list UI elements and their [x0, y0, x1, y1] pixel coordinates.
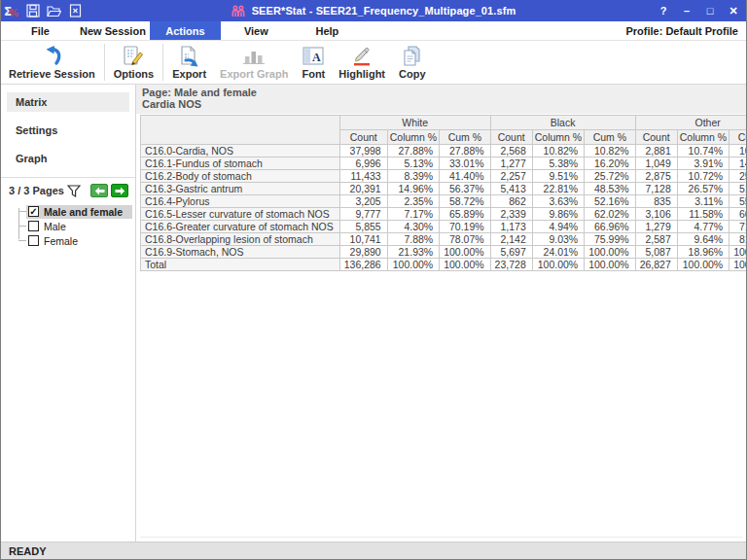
matrix-cell[interactable]: 2,257: [490, 170, 532, 183]
matrix-cell[interactable]: 5.38%: [532, 158, 584, 170]
matrix-cell[interactable]: 3.63%: [532, 195, 584, 208]
options-button[interactable]: Options: [107, 41, 161, 84]
matrix-cell[interactable]: 862: [490, 195, 532, 208]
matrix-cell[interactable]: 7.17%: [387, 208, 439, 221]
close-file-icon[interactable]: [68, 4, 83, 18]
matrix-cell[interactable]: 1,277: [490, 158, 532, 170]
matrix-cell[interactable]: 3.11%: [677, 195, 729, 208]
matrix-cell[interactable]: 5,413: [490, 183, 532, 195]
row-label-cell[interactable]: C16.5-Lesser curvature of stomach NOS: [141, 208, 340, 221]
page-tree-item-female[interactable]: Female: [11, 233, 135, 248]
matrix-cell[interactable]: 100.00%: [532, 259, 584, 271]
page-checkbox[interactable]: [28, 221, 39, 231]
row-label-cell[interactable]: C16.3-Gastric antrum: [141, 183, 340, 195]
open-folder-icon[interactable]: [47, 4, 61, 18]
matrix-cell[interactable]: 5,087: [635, 246, 677, 259]
help-button[interactable]: ?: [654, 3, 673, 18]
menu-actions[interactable]: Actions: [150, 21, 221, 40]
matrix-cell[interactable]: 21.93%: [387, 246, 439, 259]
page-tree-item-male[interactable]: Male: [11, 219, 135, 233]
row-label-cell[interactable]: C16.6-Greater curvature of stomach NOS: [141, 221, 340, 233]
matrix-cell[interactable]: 100.00%: [440, 259, 490, 271]
matrix-cell[interactable]: 3.91%: [677, 158, 729, 170]
menu-help[interactable]: Help: [292, 21, 363, 40]
matrix-cell[interactable]: 70.19%: [440, 221, 490, 233]
highlight-button[interactable]: Highlight: [332, 41, 392, 84]
save-icon[interactable]: [25, 4, 40, 18]
matrix-cell[interactable]: 81.04%: [729, 233, 747, 246]
maximize-button[interactable]: □: [700, 3, 720, 18]
matrix-cell[interactable]: 14.96%: [387, 183, 439, 195]
export-button[interactable]: Export: [165, 41, 213, 84]
matrix-cell[interactable]: 58.72%: [440, 195, 490, 208]
font-button[interactable]: AFont: [295, 41, 332, 84]
matrix-cell[interactable]: 100.00%: [387, 259, 439, 271]
menu-new-session[interactable]: New Session: [76, 21, 150, 40]
matrix-cell[interactable]: 25.72%: [585, 170, 635, 183]
matrix-cell[interactable]: 27.88%: [440, 145, 490, 158]
matrix-cell[interactable]: 4.94%: [532, 221, 584, 233]
matrix-cell[interactable]: 33.01%: [440, 158, 490, 170]
filter-icon[interactable]: [67, 185, 81, 197]
matrix-cell[interactable]: 7,128: [635, 183, 677, 195]
matrix-cell[interactable]: 2,339: [490, 208, 532, 221]
row-label-cell[interactable]: C16.1-Fundus of stomach: [141, 158, 340, 170]
matrix-cell[interactable]: 48.53%: [585, 183, 635, 195]
matrix-cell[interactable]: 5,697: [490, 246, 532, 259]
row-label-cell[interactable]: C16.8-Overlapping lesion of stomach: [141, 233, 340, 246]
matrix-cell[interactable]: 62.02%: [585, 208, 635, 221]
matrix-cell[interactable]: 78.07%: [440, 233, 490, 246]
matrix-cell[interactable]: 11.58%: [677, 208, 729, 221]
matrix-cell[interactable]: 100.00%: [677, 259, 729, 271]
page-tree-item-male-and-female[interactable]: ✓Male and female: [11, 204, 135, 219]
matrix-cell[interactable]: 10.74%: [729, 145, 747, 158]
matrix-cell[interactable]: 75.99%: [585, 233, 635, 246]
matrix-cell[interactable]: 10.74%: [677, 145, 729, 158]
matrix-cell[interactable]: 56.37%: [440, 183, 490, 195]
matrix-cell[interactable]: 9.03%: [532, 233, 584, 246]
row-label-cell[interactable]: C16.9-Stomach, NOS: [141, 246, 340, 259]
matrix-cell[interactable]: 26.57%: [677, 183, 729, 195]
previous-page-button[interactable]: [90, 184, 108, 197]
matrix-cell[interactable]: 9.86%: [532, 208, 584, 221]
matrix-cell[interactable]: 2,881: [635, 145, 677, 158]
menu-file[interactable]: File: [5, 21, 76, 40]
matrix-cell[interactable]: 2,875: [635, 170, 677, 183]
matrix-cell[interactable]: 20,391: [339, 183, 387, 195]
matrix-cell[interactable]: 835: [635, 195, 677, 208]
matrix-cell[interactable]: 26,827: [635, 259, 677, 271]
matrix-cell[interactable]: 8.39%: [387, 170, 439, 183]
matrix-cell[interactable]: 2,587: [635, 233, 677, 246]
retrieve-session-button[interactable]: Retrieve Session: [2, 41, 102, 84]
page-label[interactable]: Male and female: [44, 206, 123, 218]
matrix-cell[interactable]: 41.40%: [440, 170, 490, 183]
matrix-cell[interactable]: 51.94%: [729, 183, 747, 195]
matrix-cell[interactable]: 10,741: [339, 233, 387, 246]
matrix-cell[interactable]: 1,049: [635, 158, 677, 170]
matrix-cell[interactable]: 29,890: [339, 246, 387, 259]
copy-button[interactable]: Copy: [392, 41, 433, 84]
matrix-cell[interactable]: 25.37%: [729, 170, 747, 183]
page-checkbox[interactable]: [28, 235, 39, 246]
matrix-cell[interactable]: 4.30%: [387, 221, 439, 233]
matrix-cell[interactable]: 24.01%: [532, 246, 584, 259]
matrix-cell[interactable]: 65.89%: [440, 208, 490, 221]
page-checkbox[interactable]: ✓: [28, 206, 39, 217]
matrix-cell[interactable]: 100.00%: [440, 246, 490, 259]
matrix-cell[interactable]: 6,996: [339, 158, 387, 170]
matrix-cell[interactable]: 10.82%: [532, 145, 584, 158]
matrix-cell[interactable]: 66.96%: [585, 221, 635, 233]
matrix-cell[interactable]: 10.82%: [585, 145, 635, 158]
matrix-cell[interactable]: 9.51%: [532, 170, 584, 183]
matrix-cell[interactable]: 9,777: [339, 208, 387, 221]
matrix-cell[interactable]: 55.05%: [729, 195, 747, 208]
matrix-cell[interactable]: 1,279: [635, 221, 677, 233]
sidebar-item-graph[interactable]: Graph: [7, 149, 129, 168]
page-label[interactable]: Female: [44, 235, 78, 247]
matrix-cell[interactable]: 18.96%: [677, 246, 729, 259]
sidebar-item-matrix[interactable]: Matrix: [7, 92, 129, 112]
matrix-cell[interactable]: 22.81%: [532, 183, 584, 195]
matrix-cell[interactable]: 100.00%: [729, 246, 747, 259]
matrix-cell[interactable]: 2,142: [490, 233, 532, 246]
matrix-cell[interactable]: 52.16%: [585, 195, 635, 208]
